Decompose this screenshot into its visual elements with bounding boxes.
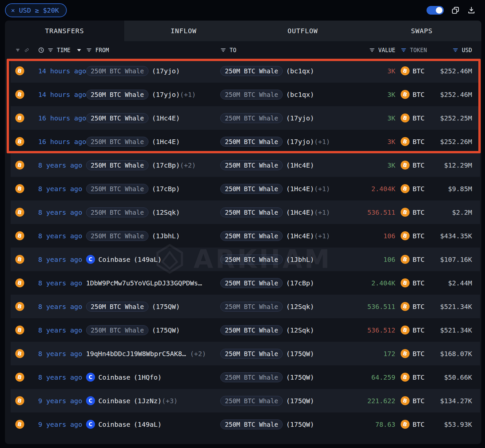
to-cell[interactable]: 250M BTC Whale(175QW) — [220, 419, 357, 429]
to-cell[interactable]: 250M BTC Whale(175QW) — [220, 396, 357, 406]
table-row[interactable]: B 8 years ago 250M BTC Whale(17cBp)(+2) … — [11, 153, 480, 177]
entity-pill[interactable]: 250M BTC Whale — [220, 278, 283, 288]
entity-pill[interactable]: 250M BTC Whale — [220, 184, 283, 194]
filter-icon[interactable] — [86, 47, 92, 53]
usd-filter-chip[interactable]: × USD ≥ $20K — [5, 3, 67, 17]
table-row[interactable]: B 8 years ago 250M BTC Whale(17cBp) 250M… — [11, 177, 480, 200]
table-row[interactable]: B 16 hours ago 250M BTC Whale(1Hc4E) 250… — [11, 130, 480, 153]
table-row[interactable]: B 8 years ago 1DbW9PcMw7u5YoVGLpDJ33GQPD… — [11, 271, 480, 295]
time-cell[interactable]: 8 years ago — [29, 232, 86, 240]
entity-pill[interactable]: 250M BTC Whale — [220, 137, 283, 147]
tab-inflow[interactable]: INFLOW — [124, 21, 243, 41]
address-label[interactable]: (1Hc4E) — [152, 138, 180, 146]
time-cell[interactable]: 16 hours ago — [29, 138, 86, 146]
entity-pill[interactable]: 250M BTC Whale — [220, 349, 283, 359]
time-cell[interactable]: 8 years ago — [29, 350, 86, 358]
from-cell[interactable]: 250M BTC Whale(1Hc4E) — [86, 137, 220, 147]
time-cell[interactable]: 8 years ago — [29, 279, 86, 287]
from-cell[interactable]: CCoinbase(1HQfo) — [86, 373, 220, 382]
column-usd[interactable]: USD — [462, 47, 472, 53]
entity-pill[interactable]: 250M BTC Whale — [220, 160, 283, 170]
to-cell[interactable]: 250M BTC Whale(175QW) — [220, 349, 357, 359]
address-label[interactable]: (17cBp) — [152, 185, 180, 193]
address-label[interactable]: (17yjo) — [152, 91, 180, 99]
to-cell[interactable]: 250M BTC Whale(bc1qx) — [220, 66, 357, 76]
time-cell[interactable]: 16 hours ago — [29, 114, 86, 122]
to-cell[interactable]: 250M BTC Whale(175QW) — [220, 372, 357, 382]
table-row[interactable]: B 8 years ago CCoinbase(1HQfo) 250M BTC … — [11, 365, 480, 389]
from-cell[interactable]: 250M BTC Whale(175QW) — [86, 302, 220, 312]
address-label[interactable]: (1Hc4E) — [286, 161, 314, 169]
entity-pill[interactable]: 250M BTC Whale — [220, 113, 283, 123]
filter-icon[interactable] — [220, 47, 226, 53]
filter-icon[interactable] — [369, 47, 375, 53]
address-label[interactable]: (1Hc4E) — [286, 232, 314, 240]
column-token[interactable]: TOKEN — [410, 47, 427, 53]
address-extra[interactable]: (+1) — [314, 208, 330, 216]
address-label[interactable]: (175QW) — [286, 373, 314, 381]
from-cell[interactable]: 250M BTC Whale(1Hc4E) — [86, 113, 220, 123]
entity-pill[interactable]: 250M BTC Whale — [86, 207, 148, 217]
entity-pill[interactable]: 250M BTC Whale — [86, 160, 148, 170]
table-row[interactable]: B 9 years ago CCoinbase(1JzNz)(+3) 250M … — [11, 389, 480, 412]
address-extra[interactable]: (+1) — [314, 138, 330, 146]
to-cell[interactable]: 250M BTC Whale(17yjo) — [220, 113, 357, 123]
table-row[interactable]: B 8 years ago 250M BTC Whale(175QW) 250M… — [11, 318, 480, 342]
address-label[interactable]: (17yjo) — [286, 114, 314, 122]
address-label[interactable]: (17yjo) — [286, 138, 314, 146]
chip-close-icon[interactable]: × — [11, 6, 15, 14]
address-extra[interactable]: (+1) — [180, 91, 196, 99]
address-label[interactable]: (1Hc4E) — [152, 114, 180, 122]
entity-pill[interactable]: 250M BTC Whale — [220, 90, 283, 100]
address-label[interactable]: 1DbW9PcMw7u5YoVGLpDJ33GQPDWs… — [86, 279, 202, 287]
tab-transfers[interactable]: TRANSFERS — [5, 21, 124, 41]
entity-pill[interactable]: 250M BTC Whale — [220, 372, 283, 382]
from-cell[interactable]: 250M BTC Whale(12Sqk) — [86, 207, 220, 217]
filter-icon-active[interactable] — [401, 47, 407, 53]
entity-pill[interactable]: 250M BTC Whale — [220, 325, 283, 335]
to-cell[interactable]: 250M BTC Whale(12Sqk) — [220, 325, 357, 335]
address-label[interactable]: (149aL) — [134, 256, 161, 263]
from-cell[interactable]: 250M BTC Whale(17yjo)(+1) — [86, 90, 220, 100]
address-extra[interactable]: (+1) — [314, 185, 330, 193]
usd-toggle[interactable] — [427, 6, 444, 15]
filter-icon[interactable] — [48, 47, 53, 53]
entity-pill[interactable]: 250M BTC Whale — [86, 302, 148, 312]
time-cell[interactable]: 8 years ago — [29, 208, 86, 216]
address-label[interactable]: (bc1qx) — [286, 67, 314, 75]
from-cell[interactable]: CCoinbase(149aL) — [86, 255, 220, 264]
address-label[interactable]: (1Hc4E) — [286, 208, 314, 216]
time-cell[interactable]: 8 years ago — [29, 256, 86, 263]
column-from[interactable]: FROM — [95, 47, 109, 53]
entity-pill[interactable]: 250M BTC Whale — [220, 207, 283, 217]
entity-pill[interactable]: 250M BTC Whale — [220, 302, 283, 312]
link-icon[interactable] — [25, 47, 29, 53]
address-label[interactable]: (17cBp) — [152, 161, 180, 169]
to-cell[interactable]: 250M BTC Whale(17yjo)(+1) — [220, 137, 357, 147]
address-extra[interactable]: (+2) — [186, 350, 206, 358]
address-label[interactable]: (1JzNz) — [134, 397, 161, 405]
from-cell[interactable]: CCoinbase(149aL) — [86, 420, 220, 429]
table-row[interactable]: B 14 hours ago 250M BTC Whale(17yjo) 250… — [11, 59, 480, 83]
entity-pill[interactable]: 250M BTC Whale — [220, 396, 283, 406]
from-cell[interactable]: 250M BTC Whale(17cBp) — [86, 184, 220, 194]
time-cell[interactable]: 9 years ago — [29, 420, 86, 428]
address-label[interactable]: (175QW) — [152, 303, 180, 311]
address-label[interactable]: (1HQfo) — [134, 373, 161, 381]
copy-icon[interactable] — [451, 6, 460, 15]
from-cell[interactable]: CCoinbase(1JzNz)(+3) — [86, 396, 220, 405]
to-cell[interactable]: 250M BTC Whale(1Hc4E)(+1) — [220, 184, 357, 194]
from-cell[interactable]: 1DbW9PcMw7u5YoVGLpDJ33GQPDWs… — [86, 279, 220, 287]
from-cell[interactable]: 250M BTC Whale(17yjo) — [86, 66, 220, 76]
address-label[interactable]: (1Hc4E) — [286, 185, 314, 193]
time-cell[interactable]: 8 years ago — [29, 326, 86, 334]
table-row[interactable]: B 8 years ago 250M BTC Whale(175QW) 250M… — [11, 295, 480, 318]
entity-pill[interactable]: 250M BTC Whale — [86, 325, 148, 335]
clock-icon[interactable] — [38, 47, 44, 53]
column-time[interactable]: TIME — [57, 47, 70, 53]
column-value[interactable]: VALUE — [378, 47, 395, 53]
address-label[interactable]: (149aL) — [134, 420, 161, 428]
address-extra[interactable]: (+2) — [180, 161, 196, 169]
entity-pill[interactable]: 250M BTC Whale — [220, 255, 283, 264]
entity-pill[interactable]: 250M BTC Whale — [86, 184, 148, 194]
